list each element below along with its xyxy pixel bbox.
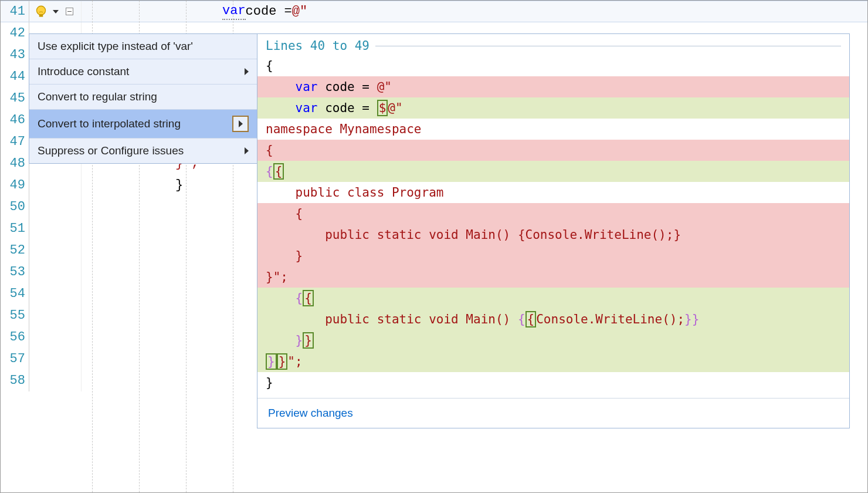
svg-point-0 — [36, 6, 45, 15]
line-number: 41 — [1, 4, 29, 19]
quick-action-item[interactable]: Convert to regular string — [29, 85, 257, 110]
quick-action-label: Convert to regular string — [38, 90, 157, 103]
preview-line: }} — [257, 330, 849, 351]
fold-toggle-icon[interactable] — [66, 8, 73, 15]
chevron-down-icon[interactable] — [53, 10, 59, 13]
quick-action-label: Suppress or Configure issues — [38, 144, 184, 157]
line-number: 58 — [1, 373, 29, 388]
chevron-right-icon — [245, 147, 249, 154]
preview-line: }"; — [257, 266, 849, 288]
line-number: 46 — [1, 113, 29, 127]
preview-line: { — [257, 55, 849, 76]
line-number: 44 — [1, 69, 29, 84]
svg-rect-1 — [39, 14, 43, 16]
line-number: 53 — [1, 265, 29, 279]
quick-action-item[interactable]: Convert to interpolated string — [29, 110, 257, 139]
keyword-var: var — [222, 4, 246, 20]
line-number: 47 — [1, 134, 29, 149]
preview-line: {{ — [257, 288, 849, 309]
line-number: 42 — [1, 26, 29, 40]
quick-action-label: Introduce constant — [38, 65, 129, 78]
line-number: 48 — [1, 156, 29, 171]
quick-action-item[interactable]: Suppress or Configure issues — [29, 139, 257, 163]
preview-changes-link[interactable]: Preview changes — [268, 407, 353, 419]
submenu-indicator[interactable] — [232, 116, 249, 132]
preview-line: var code = $@" — [257, 97, 849, 119]
line-number: 52 — [1, 243, 29, 258]
line-number: 45 — [1, 91, 29, 106]
line-number: 57 — [1, 352, 29, 366]
chevron-right-icon — [239, 120, 243, 127]
preview-diff: { var code = @" var code = $@"namespace … — [257, 55, 849, 398]
preview-line: }}"; — [257, 351, 849, 372]
quick-actions-menu[interactable]: Use explicit type instead of 'var'Introd… — [29, 33, 257, 164]
preview-line: { — [257, 203, 849, 224]
preview-line: public class Program — [257, 182, 849, 203]
preview-panel: Lines 40 to 49 { var code = @" var code … — [257, 33, 850, 428]
preview-line: { — [257, 140, 849, 161]
code-line[interactable]: var code = @" — [82, 1, 867, 22]
line-number: 50 — [1, 200, 29, 214]
line-number: 43 — [1, 48, 29, 62]
preview-line: } — [257, 372, 849, 393]
lightbulb-icon[interactable] — [32, 2, 50, 21]
line-number: 51 — [1, 221, 29, 236]
line-number: 54 — [1, 286, 29, 301]
preview-header: Lines 40 to 49 — [266, 39, 369, 53]
preview-line: public static void Main() {Console.Write… — [257, 224, 849, 245]
line-number: 49 — [1, 178, 29, 193]
line-number: 55 — [1, 308, 29, 323]
preview-line: {{ — [257, 161, 849, 182]
quick-action-item[interactable]: Use explicit type instead of 'var' — [29, 34, 257, 59]
preview-line: var code = @" — [257, 76, 849, 97]
preview-line: namespace Mynamespace — [257, 119, 849, 140]
quick-action-item[interactable]: Introduce constant — [29, 59, 257, 85]
preview-line: } — [257, 245, 849, 266]
quick-action-label: Use explicit type instead of 'var' — [38, 40, 193, 53]
quick-action-label: Convert to interpolated string — [38, 117, 181, 130]
preview-divider — [375, 46, 841, 46]
chevron-right-icon — [245, 68, 249, 75]
line-number: 56 — [1, 330, 29, 345]
preview-line: public static void Main() {{Console.Writ… — [257, 309, 849, 330]
